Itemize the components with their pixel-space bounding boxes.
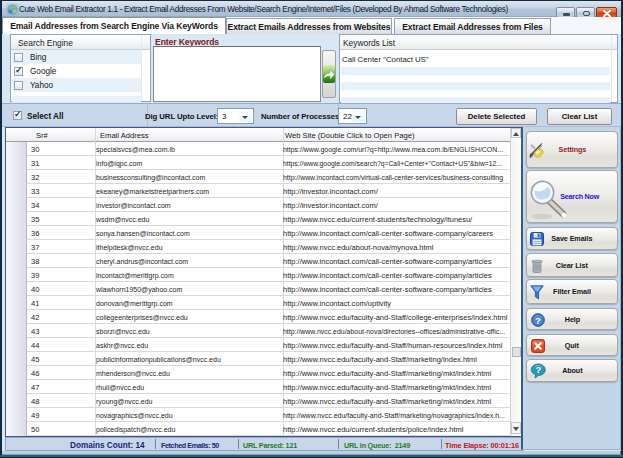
svg-text:?: ?	[535, 364, 541, 375]
svg-text:?: ?	[535, 315, 541, 326]
